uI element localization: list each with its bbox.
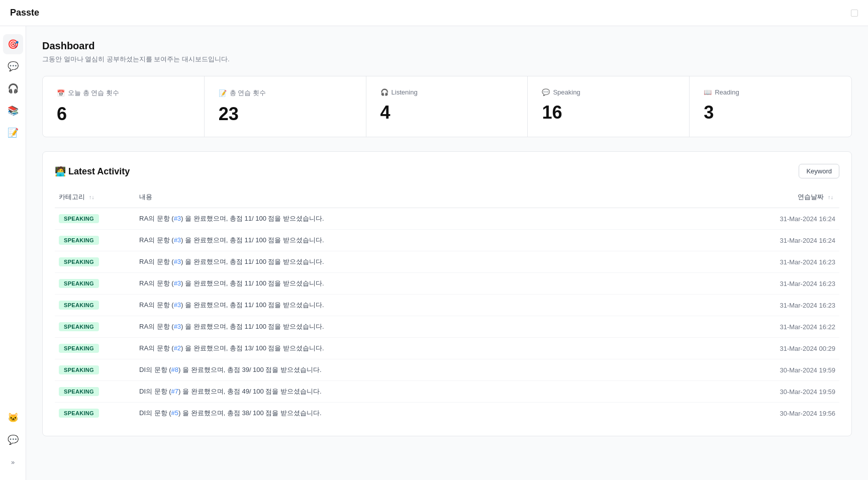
badge-speaking: SPEAKING	[59, 257, 99, 266]
sidebar-item-speech[interactable]: 💬	[3, 56, 23, 76]
table-row: SPEAKING RA의 문항 (#3) 을 완료했으며, 총점 11/ 100…	[55, 208, 839, 230]
stat-value-listening: 4	[380, 102, 514, 123]
sidebar-item-writing[interactable]: 📝	[3, 123, 23, 143]
sidebar-item-target[interactable]: 🎯	[3, 34, 23, 54]
col-content: 내용	[135, 188, 664, 208]
content-area: Dashboard 그동안 얼마나 열심히 공부하셨는지를 보여주는 대시보드입…	[26, 26, 868, 480]
cell-date: 31-Mar-2024 16:23	[664, 251, 839, 273]
sidebar-item-reading[interactable]: 📚	[3, 101, 23, 121]
sidebar-item-chat[interactable]: 💬	[3, 430, 23, 450]
stat-card-today: 📅 오늘 총 연습 횟수 6	[43, 76, 205, 137]
sort-date-icon: ↑↓	[828, 194, 833, 200]
activity-header: 🧑‍💻 Latest Activity Keyword	[55, 164, 839, 178]
cell-content: DI의 문항 (#5) 을 완료했으며, 총점 38/ 100 점을 받으셨습니…	[135, 403, 664, 424]
cell-date: 30-Mar-2024 19:59	[664, 359, 839, 381]
badge-speaking: SPEAKING	[59, 365, 99, 374]
table-row: SPEAKING RA의 문항 (#2) 을 완료했으며, 총점 13/ 100…	[55, 338, 839, 359]
table-row: SPEAKING DI의 문항 (#5) 을 완료했으며, 총점 38/ 100…	[55, 403, 839, 424]
cell-date: 31-Mar-2024 16:23	[664, 295, 839, 316]
keyword-button[interactable]: Keyword	[799, 164, 839, 178]
stat-value-reading: 3	[704, 102, 837, 123]
cell-date: 31-Mar-2024 00:29	[664, 338, 839, 359]
table-row: SPEAKING DI의 문항 (#8) 을 완료했으며, 총점 39/ 100…	[55, 359, 839, 381]
stat-card-speaking: 💬 Speaking 16	[528, 76, 690, 137]
badge-speaking: SPEAKING	[59, 301, 99, 310]
stats-grid: 📅 오늘 총 연습 횟수 6 📝 총 연습 횟수 23 🎧 Listening	[42, 76, 852, 137]
cell-badge: SPEAKING	[55, 338, 135, 359]
cell-badge: SPEAKING	[55, 208, 135, 230]
cell-badge: SPEAKING	[55, 251, 135, 273]
cell-content: RA의 문항 (#3) 을 완료했으며, 총점 11/ 100 점을 받으셨습니…	[135, 295, 664, 316]
cell-date: 31-Mar-2024 16:23	[664, 273, 839, 295]
table-row: SPEAKING RA의 문항 (#3) 을 완료했으며, 총점 11/ 100…	[55, 273, 839, 295]
stat-label-listening: 🎧 Listening	[380, 88, 514, 96]
stat-card-total: 📝 총 연습 횟수 23	[205, 76, 366, 137]
sidebar-item-listening[interactable]: 🎧	[3, 78, 23, 99]
stat-value-total: 23	[219, 104, 352, 125]
badge-speaking: SPEAKING	[59, 387, 99, 396]
cell-content: RA의 문항 (#3) 을 완료했으며, 총점 11/ 100 점을 받으셨습니…	[135, 208, 664, 230]
table-row: SPEAKING RA의 문항 (#3) 을 완료했으며, 총점 11/ 100…	[55, 230, 839, 251]
cell-badge: SPEAKING	[55, 273, 135, 295]
speaking-icon: 💬	[542, 88, 550, 96]
cell-content: RA의 문항 (#3) 을 완료했으며, 총점 11/ 100 점을 받으셨습니…	[135, 273, 664, 295]
cell-badge: SPEAKING	[55, 295, 135, 316]
badge-speaking: SPEAKING	[59, 409, 99, 418]
table-row: SPEAKING RA의 문항 (#3) 을 완료했으며, 총점 11/ 100…	[55, 316, 839, 338]
activity-title: 🧑‍💻 Latest Activity	[55, 166, 130, 177]
cell-content: RA의 문항 (#3) 을 완료했으며, 총점 11/ 100 점을 받으셨습니…	[135, 316, 664, 338]
cell-badge: SPEAKING	[55, 230, 135, 251]
cell-badge: SPEAKING	[55, 316, 135, 338]
cell-content: DI의 문항 (#7) 을 완료했으며, 총점 49/ 100 점을 받으셨습니…	[135, 381, 664, 403]
stat-label-today: 📅 오늘 총 연습 횟수	[57, 88, 190, 98]
sort-category-icon: ↑↓	[89, 194, 94, 200]
col-date[interactable]: 연습날짜 ↑↓	[664, 188, 839, 208]
calendar-icon: 📅	[57, 89, 65, 97]
cell-content: DI의 문항 (#8) 을 완료했으며, 총점 39/ 100 점을 받으셨습니…	[135, 359, 664, 381]
badge-speaking: SPEAKING	[59, 279, 99, 288]
stat-label-speaking: 💬 Speaking	[542, 88, 675, 96]
page-title: Dashboard	[42, 40, 852, 52]
activity-table: 카테고리 ↑↓ 내용 연습날짜 ↑↓ SPEAKING	[55, 188, 839, 424]
cell-content: RA의 문항 (#3) 을 완료했으며, 총점 11/ 100 점을 받으셨습니…	[135, 251, 664, 273]
headphone-icon: 🎧	[380, 88, 389, 96]
cell-date: 31-Mar-2024 16:22	[664, 316, 839, 338]
badge-speaking: SPEAKING	[59, 322, 99, 331]
cell-date: 31-Mar-2024 16:24	[664, 230, 839, 251]
stat-value-today: 6	[57, 104, 190, 125]
page-subtitle: 그동안 얼마나 열심히 공부하셨는지를 보여주는 대시보드입니다.	[42, 55, 852, 64]
cell-date: 31-Mar-2024 16:24	[664, 208, 839, 230]
sidebar-expand-button[interactable]: »	[3, 452, 23, 472]
activity-section: 🧑‍💻 Latest Activity Keyword 카테고리 ↑↓ 내용	[42, 151, 852, 436]
stat-card-reading: 📖 Reading 3	[690, 76, 851, 137]
app-title: Passte	[10, 8, 39, 18]
badge-speaking: SPEAKING	[59, 236, 99, 245]
stat-card-listening: 🎧 Listening 4	[366, 76, 528, 137]
window-controls	[851, 10, 858, 17]
stat-value-speaking: 16	[542, 102, 675, 123]
cell-content: RA의 문항 (#2) 을 완료했으며, 총점 13/ 100 점을 받으셨습니…	[135, 338, 664, 359]
cell-content: RA의 문항 (#3) 을 완료했으며, 총점 11/ 100 점을 받으셨습니…	[135, 230, 664, 251]
book-icon: 📖	[704, 88, 712, 96]
notepad-icon: 📝	[219, 89, 227, 97]
badge-speaking: SPEAKING	[59, 214, 99, 223]
cell-date: 30-Mar-2024 19:59	[664, 381, 839, 403]
stat-label-total: 📝 총 연습 횟수	[219, 88, 352, 98]
top-bar: Passte	[0, 0, 868, 26]
badge-speaking: SPEAKING	[59, 344, 99, 353]
cell-badge: SPEAKING	[55, 403, 135, 424]
stat-label-reading: 📖 Reading	[704, 88, 837, 96]
cell-badge: SPEAKING	[55, 359, 135, 381]
col-category[interactable]: 카테고리 ↑↓	[55, 188, 135, 208]
table-row: SPEAKING RA의 문항 (#3) 을 완료했으며, 총점 11/ 100…	[55, 251, 839, 273]
table-row: SPEAKING RA의 문항 (#3) 을 완료했으며, 총점 11/ 100…	[55, 295, 839, 316]
cell-date: 30-Mar-2024 19:56	[664, 403, 839, 424]
table-row: SPEAKING DI의 문항 (#7) 을 완료했으며, 총점 49/ 100…	[55, 381, 839, 403]
sidebar: 🎯 💬 🎧 📚 📝 🐱 💬 »	[0, 26, 26, 480]
sidebar-item-avatar[interactable]: 🐱	[3, 408, 23, 428]
cell-badge: SPEAKING	[55, 381, 135, 403]
